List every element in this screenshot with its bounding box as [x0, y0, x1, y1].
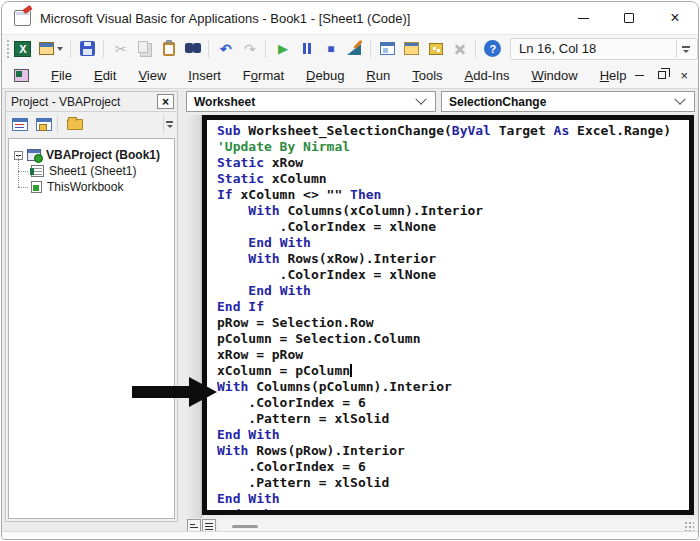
undo-icon: ↶: [220, 41, 232, 57]
code-line: .ColorIndex = xlNone: [217, 219, 689, 235]
userform-icon: [39, 42, 54, 55]
help-button[interactable]: ?: [482, 38, 504, 60]
window-title: Microsoft Visual Basic for Applications …: [40, 11, 410, 26]
window-bottom-edge: [2, 531, 698, 539]
paste-button[interactable]: [158, 38, 180, 60]
code-line: End With: [217, 427, 689, 443]
toolbar-options-button[interactable]: [676, 40, 690, 58]
code-text: Sub Worksheet_SelectionChange(ByVal Targ…: [207, 120, 689, 515]
code-line: With Rows(pRow).Interior: [217, 443, 689, 459]
menu-help[interactable]: Help: [600, 68, 627, 83]
child-restore-button[interactable]: [658, 71, 666, 79]
menu-format[interactable]: Format: [243, 68, 284, 83]
view-code-button[interactable]: [10, 115, 30, 133]
run-icon: ▶: [278, 41, 288, 56]
save-button[interactable]: [77, 38, 99, 60]
code-line: .Pattern = xlSolid: [217, 411, 689, 427]
tree-node-thisworkbook[interactable]: ThisWorkbook: [9, 179, 174, 195]
code-line: pColumn = Selection.Column: [217, 331, 689, 347]
maximize-button[interactable]: [606, 2, 652, 34]
chevron-down-icon: [57, 47, 63, 51]
redo-button[interactable]: ↷: [239, 38, 261, 60]
tree-node-label: ThisWorkbook: [47, 180, 123, 194]
scrollbar-thumb[interactable]: [232, 525, 258, 528]
object-browser-button[interactable]: [425, 38, 447, 60]
menu-view[interactable]: View: [138, 68, 166, 83]
toolbar-separator: [265, 40, 266, 58]
properties-window-icon: [404, 42, 419, 55]
project-panel-close-button[interactable]: ×: [157, 94, 174, 109]
code-line: With Columns(xColumn).Interior: [217, 203, 689, 219]
code-margin-bar: [186, 115, 202, 518]
copy-button[interactable]: [134, 38, 156, 60]
procedure-dropdown[interactable]: SelectionChange: [441, 91, 695, 112]
project-explorer-button[interactable]: [377, 38, 399, 60]
minimize-button[interactable]: [560, 2, 606, 34]
menu-window[interactable]: Window: [531, 68, 577, 83]
reset-icon: ■: [327, 42, 334, 56]
project-panel-toolbar: [6, 112, 177, 136]
design-mode-button[interactable]: [344, 38, 366, 60]
menu-debug[interactable]: Debug: [306, 68, 344, 83]
vbaproject-icon: [27, 149, 41, 161]
menu-run[interactable]: Run: [366, 68, 390, 83]
insert-userform-button[interactable]: [36, 38, 66, 60]
reset-button[interactable]: ■: [320, 38, 342, 60]
chevron-down-icon: [415, 93, 426, 104]
minimize-icon: [578, 18, 589, 19]
find-button[interactable]: [182, 38, 204, 60]
child-close-button[interactable]: ×: [680, 69, 688, 82]
redo-icon: ↷: [244, 41, 256, 57]
vertical-scrollbar[interactable]: [694, 115, 698, 515]
break-button[interactable]: [296, 38, 318, 60]
cut-button[interactable]: ✂: [110, 38, 132, 60]
tree-connector: [9, 163, 31, 179]
project-panel-header[interactable]: Project - VBAProject ×: [6, 92, 177, 112]
code-line: End With: [217, 491, 689, 507]
menu-add-ins[interactable]: Add-Ins: [465, 68, 510, 83]
menu-edit[interactable]: Edit: [94, 68, 116, 83]
undo-button[interactable]: ↶: [215, 38, 237, 60]
code-line: If xColumn <> "" Then: [217, 187, 689, 203]
object-dropdown[interactable]: Worksheet: [186, 91, 436, 112]
tree-node-label: VBAProject (Book1): [46, 148, 160, 162]
toolbar-separator: [370, 40, 371, 58]
code-line: End If: [217, 299, 689, 315]
resize-grip-icon[interactable]: [684, 521, 694, 531]
view-excel-button[interactable]: X: [12, 38, 34, 60]
code-editor[interactable]: Sub Worksheet_SelectionChange(ByVal Targ…: [202, 115, 694, 515]
menu-tools[interactable]: Tools: [412, 68, 442, 83]
properties-window-button[interactable]: [401, 38, 423, 60]
code-line: Sub Worksheet_SelectionChange(ByVal Targ…: [217, 123, 689, 139]
toolbox-button[interactable]: [449, 38, 471, 60]
excel-icon: X: [14, 41, 31, 57]
menu-insert[interactable]: Insert: [188, 68, 221, 83]
toolbar-separator: [475, 40, 476, 58]
tree-node-sheet1[interactable]: Sheet1 (Sheet1): [9, 163, 174, 179]
code-line: End Sub: [217, 507, 689, 515]
toolbar-separator: [208, 40, 209, 58]
view-object-button[interactable]: [34, 115, 54, 133]
toolbar-grip[interactable]: [7, 40, 10, 58]
standard-toolbar: X ✂ ↶ ↷ ▶ ■ ? Ln 16, Col 18: [2, 34, 698, 62]
view-object-icon: [36, 118, 52, 131]
project-explorer-panel: Project - VBAProject × VBAProject (Book1…: [5, 91, 178, 522]
maximize-icon: [624, 13, 634, 23]
vba-app-icon: [14, 10, 31, 26]
object-dropdown-value: Worksheet: [194, 95, 417, 109]
menu-file[interactable]: File: [51, 68, 72, 83]
code-line: Static xColumn: [217, 171, 689, 187]
project-toolbar-options-button[interactable]: [163, 115, 175, 133]
tree-node-label: Sheet1 (Sheet1): [49, 164, 136, 178]
paste-icon: [163, 42, 175, 56]
workbook-icon: [31, 181, 42, 193]
code-line: With Rows(xRow).Interior: [217, 251, 689, 267]
toggle-folders-button[interactable]: [65, 115, 85, 133]
run-button[interactable]: ▶: [272, 38, 294, 60]
design-mode-icon: [347, 42, 363, 55]
tree-connector: [9, 179, 31, 195]
child-minimize-button[interactable]: [635, 75, 644, 76]
tree-node-vbaproject[interactable]: VBAProject (Book1): [9, 147, 174, 163]
project-explorer-icon: [380, 42, 395, 55]
close-button[interactable]: ×: [652, 2, 698, 34]
